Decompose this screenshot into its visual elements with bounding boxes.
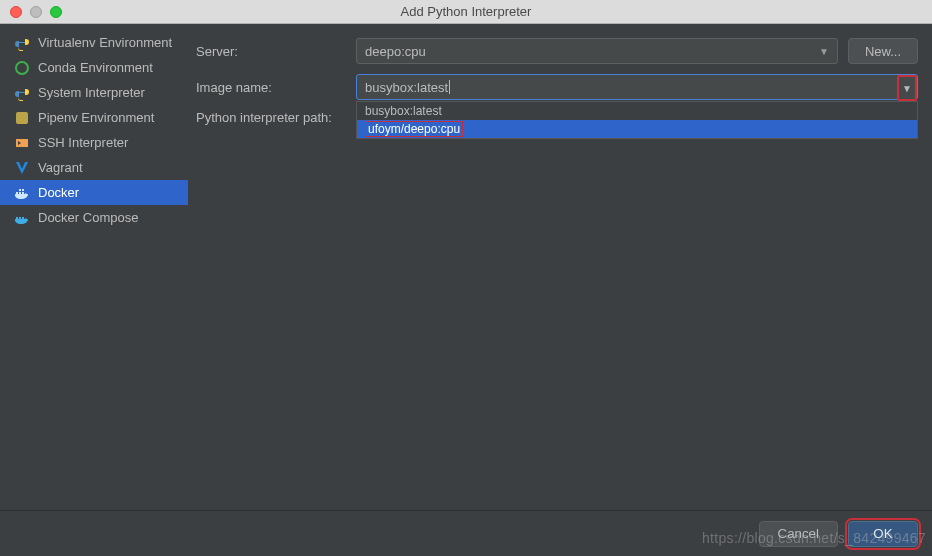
image-dropdown-toggle[interactable]: ▼ <box>897 75 917 101</box>
python-icon <box>14 85 30 101</box>
sidebar-item-vagrant[interactable]: Vagrant <box>0 155 188 180</box>
ssh-icon <box>14 135 30 151</box>
server-row: Server: deepo:cpu ▼ New... <box>196 38 918 64</box>
docker-icon <box>14 185 30 201</box>
interpreter-path-label: Python interpreter path: <box>196 110 356 125</box>
sidebar-item-label: Docker <box>38 185 79 200</box>
interpreter-type-sidebar: Virtualenv Environment Conda Environment… <box>0 24 188 508</box>
window-title: Add Python Interpreter <box>0 4 932 19</box>
server-value: deepo:cpu <box>365 44 426 59</box>
vagrant-icon <box>14 160 30 176</box>
sidebar-item-docker[interactable]: Docker <box>0 180 188 205</box>
sidebar-item-label: Docker Compose <box>38 210 138 225</box>
dialog-footer: Cancel OK <box>0 510 932 556</box>
titlebar: Add Python Interpreter <box>0 0 932 24</box>
sidebar-item-label: Pipenv Environment <box>38 110 154 125</box>
image-label: Image name: <box>196 80 356 95</box>
python-icon <box>14 35 30 51</box>
image-dropdown-list: busybox:latest ufoym/deepo:cpu <box>356 101 918 139</box>
chevron-down-icon: ▼ <box>819 46 829 57</box>
dropdown-option-label: ufoym/deepo:cpu <box>365 121 463 137</box>
dropdown-option[interactable]: busybox:latest <box>357 102 917 120</box>
dropdown-option-highlighted[interactable]: ufoym/deepo:cpu <box>357 120 917 138</box>
sidebar-item-label: SSH Interpreter <box>38 135 128 150</box>
image-name-value: busybox:latest <box>365 80 448 95</box>
sidebar-item-label: Virtualenv Environment <box>38 35 172 50</box>
conda-icon <box>14 60 30 76</box>
server-label: Server: <box>196 44 356 59</box>
sidebar-item-docker-compose[interactable]: Docker Compose <box>0 205 188 230</box>
sidebar-item-label: Conda Environment <box>38 60 153 75</box>
svg-point-0 <box>16 62 28 74</box>
server-dropdown[interactable]: deepo:cpu ▼ <box>356 38 838 64</box>
sidebar-item-system[interactable]: System Interpreter <box>0 80 188 105</box>
image-row: Image name: busybox:latest ▼ busybox:lat… <box>196 74 918 100</box>
dialog-content: Virtualenv Environment Conda Environment… <box>0 24 932 508</box>
ok-button[interactable]: OK <box>848 521 918 547</box>
chevron-down-icon: ▼ <box>902 83 912 94</box>
sidebar-item-pipenv[interactable]: Pipenv Environment <box>0 105 188 130</box>
sidebar-item-ssh[interactable]: SSH Interpreter <box>0 130 188 155</box>
text-cursor <box>449 80 450 94</box>
cancel-button[interactable]: Cancel <box>759 521 839 547</box>
sidebar-item-virtualenv[interactable]: Virtualenv Environment <box>0 30 188 55</box>
new-server-button[interactable]: New... <box>848 38 918 64</box>
image-name-input[interactable]: busybox:latest ▼ <box>356 74 918 100</box>
svg-rect-1 <box>16 112 28 124</box>
sidebar-item-label: System Interpreter <box>38 85 145 100</box>
docker-config-form: Server: deepo:cpu ▼ New... Image name: b… <box>188 24 932 508</box>
sidebar-item-label: Vagrant <box>38 160 83 175</box>
pipenv-icon <box>14 110 30 126</box>
docker-compose-icon <box>14 210 30 226</box>
sidebar-item-conda[interactable]: Conda Environment <box>0 55 188 80</box>
